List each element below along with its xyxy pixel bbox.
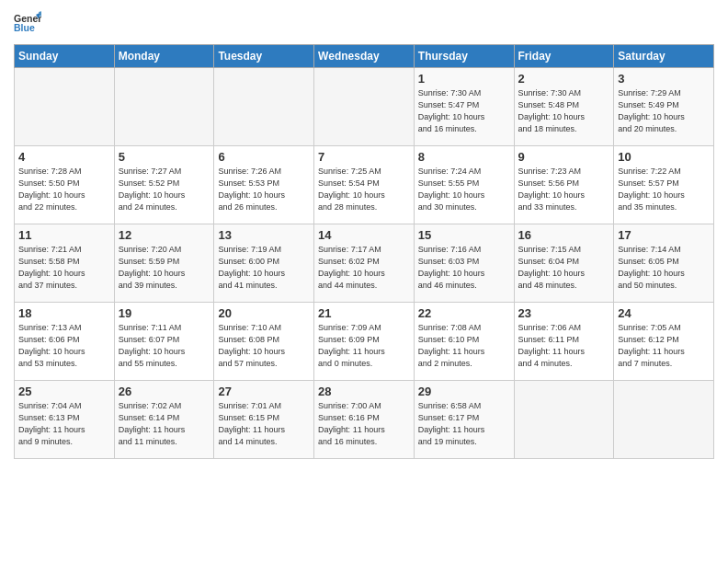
calendar-cell: 26Sunrise: 7:02 AM Sunset: 6:14 PM Dayli… xyxy=(114,381,214,459)
day-info: Sunrise: 7:10 AM Sunset: 6:08 PM Dayligh… xyxy=(218,322,310,370)
day-number: 20 xyxy=(218,306,310,320)
day-number: 28 xyxy=(318,385,410,398)
calendar-cell xyxy=(214,68,314,146)
day-number: 14 xyxy=(318,228,410,242)
weekday-header: Friday xyxy=(514,45,614,68)
weekday-header: Tuesday xyxy=(214,45,314,68)
day-number: 17 xyxy=(618,228,710,242)
calendar-cell: 24Sunrise: 7:05 AM Sunset: 6:12 PM Dayli… xyxy=(614,303,714,381)
day-info: Sunrise: 7:20 AM Sunset: 5:59 PM Dayligh… xyxy=(119,244,210,292)
day-number: 10 xyxy=(618,150,710,164)
calendar-cell: 17Sunrise: 7:14 AM Sunset: 6:05 PM Dayli… xyxy=(614,224,714,303)
calendar-cell: 6Sunrise: 7:26 AM Sunset: 5:53 PM Daylig… xyxy=(214,146,314,224)
day-number: 9 xyxy=(518,150,610,164)
weekday-header: Saturday xyxy=(614,45,714,68)
header: General Blue xyxy=(14,9,714,37)
day-info: Sunrise: 6:58 AM Sunset: 6:17 PM Dayligh… xyxy=(418,400,510,448)
day-number: 19 xyxy=(119,306,210,320)
calendar-cell: 8Sunrise: 7:24 AM Sunset: 5:55 PM Daylig… xyxy=(414,146,514,224)
calendar-header: SundayMondayTuesdayWednesdayThursdayFrid… xyxy=(15,45,714,68)
day-number: 6 xyxy=(218,150,310,164)
calendar-cell xyxy=(614,381,714,459)
calendar-cell: 25Sunrise: 7:04 AM Sunset: 6:13 PM Dayli… xyxy=(15,381,115,459)
calendar-table: SundayMondayTuesdayWednesdayThursdayFrid… xyxy=(14,44,714,459)
day-info: Sunrise: 7:14 AM Sunset: 6:05 PM Dayligh… xyxy=(618,244,710,292)
day-info: Sunrise: 7:09 AM Sunset: 6:09 PM Dayligh… xyxy=(318,322,410,370)
logo: General Blue xyxy=(14,9,45,37)
day-info: Sunrise: 7:15 AM Sunset: 6:04 PM Dayligh… xyxy=(518,244,610,292)
calendar-cell: 3Sunrise: 7:29 AM Sunset: 5:49 PM Daylig… xyxy=(614,68,714,146)
day-number: 1 xyxy=(418,72,510,86)
day-number: 12 xyxy=(119,228,210,242)
day-info: Sunrise: 7:29 AM Sunset: 5:49 PM Dayligh… xyxy=(618,87,710,135)
calendar-cell: 5Sunrise: 7:27 AM Sunset: 5:52 PM Daylig… xyxy=(114,146,214,224)
day-info: Sunrise: 7:04 AM Sunset: 6:13 PM Dayligh… xyxy=(18,400,110,448)
calendar-cell: 9Sunrise: 7:23 AM Sunset: 5:56 PM Daylig… xyxy=(514,146,614,224)
day-number: 2 xyxy=(518,72,610,86)
day-number: 26 xyxy=(119,385,210,398)
calendar-cell: 13Sunrise: 7:19 AM Sunset: 6:00 PM Dayli… xyxy=(214,224,314,303)
day-info: Sunrise: 7:22 AM Sunset: 5:57 PM Dayligh… xyxy=(618,166,710,213)
day-number: 27 xyxy=(218,385,310,398)
day-number: 13 xyxy=(218,228,310,242)
day-info: Sunrise: 7:24 AM Sunset: 5:55 PM Dayligh… xyxy=(418,166,510,213)
day-info: Sunrise: 7:02 AM Sunset: 6:14 PM Dayligh… xyxy=(119,400,210,448)
day-number: 8 xyxy=(418,150,510,164)
day-number: 25 xyxy=(18,385,110,398)
day-info: Sunrise: 7:19 AM Sunset: 6:00 PM Dayligh… xyxy=(218,244,310,292)
day-number: 11 xyxy=(18,228,110,242)
day-number: 18 xyxy=(18,306,110,320)
day-info: Sunrise: 7:30 AM Sunset: 5:48 PM Dayligh… xyxy=(518,87,610,135)
day-number: 16 xyxy=(518,228,610,242)
day-number: 24 xyxy=(618,306,710,320)
calendar-week-row: 4Sunrise: 7:28 AM Sunset: 5:50 PM Daylig… xyxy=(15,146,714,224)
calendar-cell: 19Sunrise: 7:11 AM Sunset: 6:07 PM Dayli… xyxy=(114,303,214,381)
weekday-header: Monday xyxy=(114,45,214,68)
day-info: Sunrise: 7:06 AM Sunset: 6:11 PM Dayligh… xyxy=(518,322,610,370)
day-info: Sunrise: 7:17 AM Sunset: 6:02 PM Dayligh… xyxy=(318,244,410,292)
day-info: Sunrise: 7:30 AM Sunset: 5:47 PM Dayligh… xyxy=(418,87,510,135)
calendar-cell: 20Sunrise: 7:10 AM Sunset: 6:08 PM Dayli… xyxy=(214,303,314,381)
calendar-cell xyxy=(314,68,415,146)
calendar-cell xyxy=(15,68,115,146)
calendar-cell xyxy=(514,381,614,459)
calendar-cell: 1Sunrise: 7:30 AM Sunset: 5:47 PM Daylig… xyxy=(414,68,514,146)
day-info: Sunrise: 7:21 AM Sunset: 5:58 PM Dayligh… xyxy=(18,244,110,292)
weekday-header: Sunday xyxy=(15,45,115,68)
day-info: Sunrise: 7:01 AM Sunset: 6:15 PM Dayligh… xyxy=(218,400,310,448)
day-info: Sunrise: 7:11 AM Sunset: 6:07 PM Dayligh… xyxy=(119,322,210,370)
day-number: 23 xyxy=(518,306,610,320)
day-info: Sunrise: 7:25 AM Sunset: 5:54 PM Dayligh… xyxy=(318,166,410,213)
calendar-week-row: 18Sunrise: 7:13 AM Sunset: 6:06 PM Dayli… xyxy=(15,303,714,381)
day-number: 29 xyxy=(418,385,510,398)
calendar-cell: 2Sunrise: 7:30 AM Sunset: 5:48 PM Daylig… xyxy=(514,68,614,146)
day-number: 5 xyxy=(119,150,210,164)
day-number: 21 xyxy=(318,306,410,320)
calendar-cell: 16Sunrise: 7:15 AM Sunset: 6:04 PM Dayli… xyxy=(514,224,614,303)
day-info: Sunrise: 7:08 AM Sunset: 6:10 PM Dayligh… xyxy=(418,322,510,370)
calendar-cell: 28Sunrise: 7:00 AM Sunset: 6:16 PM Dayli… xyxy=(314,381,415,459)
day-info: Sunrise: 7:26 AM Sunset: 5:53 PM Dayligh… xyxy=(218,166,310,213)
page-container: General Blue SundayMondayTuesdayWednesda… xyxy=(0,0,728,468)
calendar-cell: 14Sunrise: 7:17 AM Sunset: 6:02 PM Dayli… xyxy=(314,224,415,303)
calendar-cell: 27Sunrise: 7:01 AM Sunset: 6:15 PM Dayli… xyxy=(214,381,314,459)
day-number: 22 xyxy=(418,306,510,320)
day-info: Sunrise: 7:27 AM Sunset: 5:52 PM Dayligh… xyxy=(119,166,210,213)
calendar-week-row: 25Sunrise: 7:04 AM Sunset: 6:13 PM Dayli… xyxy=(15,381,714,459)
calendar-cell: 10Sunrise: 7:22 AM Sunset: 5:57 PM Dayli… xyxy=(614,146,714,224)
day-info: Sunrise: 7:00 AM Sunset: 6:16 PM Dayligh… xyxy=(318,400,410,448)
calendar-cell: 4Sunrise: 7:28 AM Sunset: 5:50 PM Daylig… xyxy=(15,146,115,224)
day-number: 15 xyxy=(418,228,510,242)
calendar-cell: 29Sunrise: 6:58 AM Sunset: 6:17 PM Dayli… xyxy=(414,381,514,459)
day-number: 4 xyxy=(18,150,110,164)
day-info: Sunrise: 7:13 AM Sunset: 6:06 PM Dayligh… xyxy=(18,322,110,370)
weekday-header: Thursday xyxy=(414,45,514,68)
calendar-cell: 21Sunrise: 7:09 AM Sunset: 6:09 PM Dayli… xyxy=(314,303,415,381)
weekday-header: Wednesday xyxy=(314,45,415,68)
calendar-cell: 23Sunrise: 7:06 AM Sunset: 6:11 PM Dayli… xyxy=(514,303,614,381)
calendar-cell: 7Sunrise: 7:25 AM Sunset: 5:54 PM Daylig… xyxy=(314,146,415,224)
calendar-body: 1Sunrise: 7:30 AM Sunset: 5:47 PM Daylig… xyxy=(15,68,714,459)
calendar-cell: 11Sunrise: 7:21 AM Sunset: 5:58 PM Dayli… xyxy=(15,224,115,303)
calendar-cell: 18Sunrise: 7:13 AM Sunset: 6:06 PM Dayli… xyxy=(15,303,115,381)
calendar-cell: 12Sunrise: 7:20 AM Sunset: 5:59 PM Dayli… xyxy=(114,224,214,303)
